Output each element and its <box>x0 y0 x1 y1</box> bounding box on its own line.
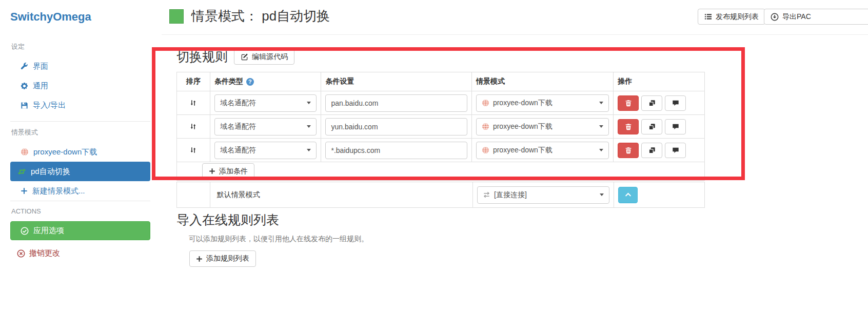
plus-icon <box>196 256 203 262</box>
condition-pattern-input[interactable] <box>325 94 467 112</box>
clone-rule-button[interactable] <box>641 119 662 134</box>
edit-source-label: 编辑源代码 <box>252 52 288 62</box>
column-header-condition-details: 条件设置 <box>321 72 471 91</box>
rule-cell-condition-details <box>321 91 471 114</box>
sidebar-item-general[interactable]: 通用 <box>10 76 150 95</box>
condition-type-select[interactable]: 域名通配符 <box>214 118 317 135</box>
switch-rules-heading: 切换规则 <box>176 48 228 65</box>
sidebar-item-import-export[interactable]: 导入/导出 <box>10 95 150 115</box>
sidebar-item-profile-pd-active[interactable]: pd自动切换 <box>10 162 150 181</box>
column-header-actions: 操作 <box>614 72 704 91</box>
default-profile-row: 默认情景模式 [直接连接] <box>177 182 704 208</box>
rule-cell-condition-type: 域名通配符 <box>210 115 322 138</box>
export-pac-button[interactable]: 导出PAC <box>764 9 868 25</box>
rule-cell-profile: proxyee-down下载 <box>472 139 614 162</box>
column-header-profile: 情景模式 <box>472 72 614 91</box>
x-circle-icon <box>17 249 25 258</box>
edit-source-button[interactable]: 编辑源代码 <box>234 49 294 65</box>
caret-down-icon <box>599 125 603 128</box>
delete-rule-button[interactable] <box>618 143 639 158</box>
clone-rule-button[interactable] <box>641 143 662 158</box>
rule-cell-sort <box>177 91 210 114</box>
delete-rule-button[interactable] <box>618 119 639 134</box>
add-condition-row: 添加条件 <box>177 162 704 181</box>
condition-type-select[interactable]: 域名通配符 <box>214 94 317 112</box>
profile-select[interactable]: proxyee-down下载 <box>476 118 609 135</box>
caret-down-icon <box>307 149 311 151</box>
sidebar-item-profile-proxyee[interactable]: proxyee-down下载 <box>10 142 150 162</box>
sidebar-section-actions-label: ACTIONS <box>11 207 150 215</box>
import-rule-list-heading: 导入在线规则列表 <box>176 211 279 228</box>
plus-icon <box>209 168 215 175</box>
default-profile-select[interactable]: [直接连接] <box>477 186 609 204</box>
help-icon[interactable] <box>246 78 254 86</box>
header-divider <box>162 34 868 35</box>
rule-note-button[interactable] <box>665 95 686 111</box>
condition-pattern-input[interactable] <box>325 142 467 159</box>
condition-pattern-input[interactable] <box>325 118 467 135</box>
table-header-row: 排序 条件类型 条件设置 情景模式 操作 <box>177 72 704 91</box>
rule-cell-actions <box>614 139 704 162</box>
edit-icon <box>241 53 248 61</box>
rule-cell-condition-type: 域名通配符 <box>210 91 322 114</box>
page-title: 情景模式： pd自动切换 <box>191 7 330 25</box>
rule-cell-actions <box>614 115 704 138</box>
add-condition-button[interactable]: 添加条件 <box>202 163 254 179</box>
globe-icon <box>482 146 489 154</box>
delete-rule-button[interactable] <box>618 95 639 111</box>
sort-handle-icon[interactable] <box>189 146 197 154</box>
rule-note-button[interactable] <box>665 119 686 134</box>
caret-down-icon <box>599 102 603 104</box>
column-header-sort: 排序 <box>177 72 210 91</box>
sidebar-item-label: 通用 <box>33 81 48 91</box>
rule-cell-sort <box>177 139 210 162</box>
sidebar-item-label: 新建情景模式... <box>32 186 85 196</box>
sidebar-item-label: 界面 <box>33 62 48 71</box>
wrench-icon <box>21 63 28 70</box>
switch-rules-table: 排序 条件类型 条件设置 情景模式 操作 域名通配符 <box>176 72 705 181</box>
rule-cell-sort <box>177 115 210 138</box>
publish-rule-list-button[interactable]: 发布规则列表 <box>698 9 765 25</box>
move-rules-up-button[interactable] <box>618 187 638 203</box>
sort-handle-icon[interactable] <box>189 99 197 107</box>
caret-down-icon <box>600 193 604 196</box>
caret-down-icon <box>599 149 603 151</box>
add-rule-list-button[interactable]: 添加规则列表 <box>189 250 256 267</box>
sidebar-item-interface[interactable]: 界面 <box>10 56 150 76</box>
download-circle-icon <box>771 13 779 21</box>
column-header-condition-type: 条件类型 <box>210 72 322 91</box>
clone-rule-button[interactable] <box>641 95 662 111</box>
publish-rule-list-label: 发布规则列表 <box>716 12 759 22</box>
apply-options-button[interactable]: 应用选项 <box>10 221 150 240</box>
default-cell-sort <box>177 182 210 207</box>
switch-rules-section-head: 切换规则 编辑源代码 <box>176 48 294 65</box>
save-icon <box>21 102 28 109</box>
switchyomega-options-page: SwitchyOmega 设定 界面 通用 导入/导出 情景模式 proxyee… <box>0 0 868 310</box>
sort-handle-icon[interactable] <box>189 123 197 130</box>
profile-select[interactable]: proxyee-down下载 <box>476 94 609 112</box>
revert-changes-label: 撤销更改 <box>29 248 60 258</box>
profile-color-swatch <box>169 9 184 24</box>
rule-cell-actions <box>614 91 704 114</box>
rule-cell-condition-type: 域名通配符 <box>210 139 322 162</box>
sidebar-item-label: 导入/导出 <box>33 101 66 110</box>
rule-row: 域名通配符 proxyee-down下载 <box>177 91 704 115</box>
revert-changes-button[interactable]: 撤销更改 <box>17 248 154 258</box>
list-icon <box>704 13 712 21</box>
sidebar-item-new-profile[interactable]: 新建情景模式... <box>10 181 150 201</box>
sidebar-section-profiles-label: 情景模式 <box>11 128 150 137</box>
gear-icon <box>21 82 28 90</box>
sidebar-divider <box>10 121 150 122</box>
default-profile-label: 默认情景模式 <box>210 182 473 207</box>
rule-cell-profile: proxyee-down下载 <box>472 115 614 138</box>
add-condition-label: 添加条件 <box>219 167 248 176</box>
exchange-arrows-icon <box>483 191 490 199</box>
profile-select[interactable]: proxyee-down下载 <box>476 142 609 159</box>
condition-type-select[interactable]: 域名通配符 <box>214 142 317 159</box>
apply-options-label: 应用选项 <box>33 226 64 236</box>
default-profile-table: 默认情景模式 [直接连接] <box>176 182 705 208</box>
check-circle-icon <box>21 227 29 235</box>
rule-cell-profile: proxyee-down下载 <box>472 91 614 114</box>
rule-cell-condition-details <box>321 115 471 138</box>
rule-note-button[interactable] <box>665 143 686 158</box>
